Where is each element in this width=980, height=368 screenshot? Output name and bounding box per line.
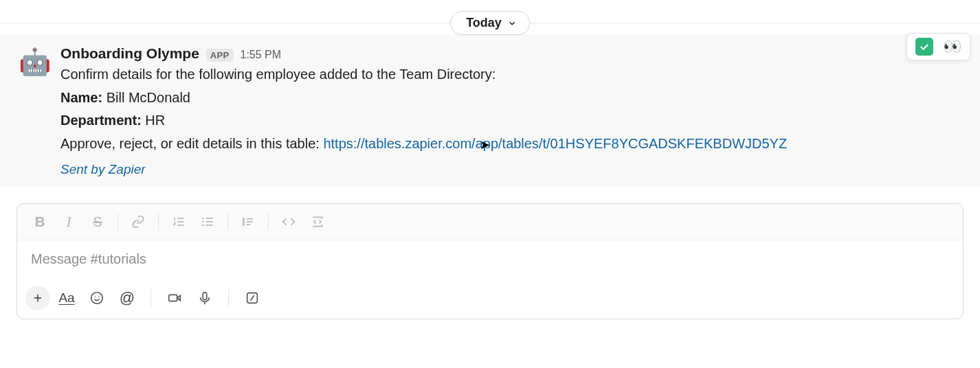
toolbar-separator (158, 214, 159, 230)
message-body: Onboarding Olympe APP 1:55 PM Confirm de… (60, 45, 962, 177)
svg-rect-20 (203, 292, 207, 300)
bullet-list-icon (201, 215, 214, 229)
reaction-check-icon[interactable] (915, 38, 933, 56)
bold-button[interactable]: B (25, 209, 54, 234)
intro-line: Confirm details for the following employ… (60, 63, 962, 87)
svg-point-17 (98, 297, 99, 297)
emoji-button[interactable] (83, 286, 111, 310)
department-value: HR (145, 113, 165, 128)
date-label: Today (466, 16, 502, 30)
italic-button[interactable]: I (54, 209, 83, 234)
date-divider: Today (0, 0, 980, 34)
attribution: Sent by Zapier (60, 162, 962, 177)
app-badge: APP (206, 49, 234, 62)
mention-button[interactable]: @ (113, 286, 141, 310)
slash-square-icon (245, 290, 260, 306)
name-value: Bill McDonald (107, 90, 190, 105)
toolbar-separator (228, 289, 229, 307)
link-button[interactable] (124, 209, 153, 234)
strikethrough-button[interactable]: S (83, 209, 112, 234)
message-composer: B I S Message #tutorials Aa (16, 203, 964, 319)
link-icon (131, 215, 145, 229)
sender-name[interactable]: Onboarding Olympe (60, 45, 199, 62)
date-pill[interactable]: Today (450, 11, 530, 35)
codeblock-icon (311, 215, 324, 229)
formatting-toggle-button[interactable]: Aa (53, 286, 80, 310)
avatar[interactable]: 🤖 (18, 45, 51, 78)
video-icon (167, 290, 182, 306)
svg-point-7 (202, 221, 204, 223)
blockquote-icon (241, 215, 255, 229)
message-header: Onboarding Olympe APP 1:55 PM (60, 45, 962, 62)
message-text: Confirm details for the following employ… (60, 63, 962, 155)
blockquote-button[interactable] (234, 209, 263, 234)
smile-icon (89, 290, 104, 306)
svg-point-16 (95, 297, 96, 297)
codeblock-button[interactable] (303, 209, 332, 234)
name-label: Name: (60, 90, 102, 105)
plus-icon (32, 292, 44, 304)
ordered-list-icon (172, 215, 186, 229)
message-input[interactable]: Message #tutorials (17, 240, 963, 280)
reaction-eyes-icon[interactable]: 👀 (943, 38, 961, 56)
action-text: Approve, reject, or edit details in this… (60, 136, 323, 151)
toolbar-separator (151, 289, 151, 307)
audio-button[interactable] (191, 286, 219, 310)
svg-point-6 (202, 218, 204, 220)
table-link[interactable]: https://tables.zapier.com/app/tables/t/0… (323, 136, 787, 151)
message: 🤖 Onboarding Olympe APP 1:55 PM Confirm … (0, 34, 980, 187)
mic-icon (197, 290, 212, 306)
toolbar-separator (268, 214, 269, 230)
attach-button[interactable] (25, 286, 50, 310)
video-button[interactable] (161, 286, 188, 310)
toolbar-separator (227, 214, 228, 230)
composer-actions-toolbar: Aa @ (17, 280, 963, 319)
svg-line-23 (250, 296, 254, 301)
code-icon (282, 215, 296, 229)
shortcut-button[interactable] (238, 286, 266, 310)
bullet-list-button[interactable] (193, 209, 222, 234)
svg-rect-18 (169, 295, 177, 301)
department-label: Department: (60, 113, 142, 128)
toolbar-separator (118, 214, 118, 230)
ordered-list-button[interactable] (164, 209, 193, 234)
message-actions-toolbar: 👀 (906, 33, 970, 60)
timestamp[interactable]: 1:55 PM (241, 49, 282, 61)
svg-point-15 (91, 292, 103, 304)
formatting-toolbar: B I S (17, 204, 963, 240)
svg-point-8 (202, 225, 204, 227)
chevron-down-icon (507, 19, 517, 28)
code-button[interactable] (274, 209, 303, 234)
